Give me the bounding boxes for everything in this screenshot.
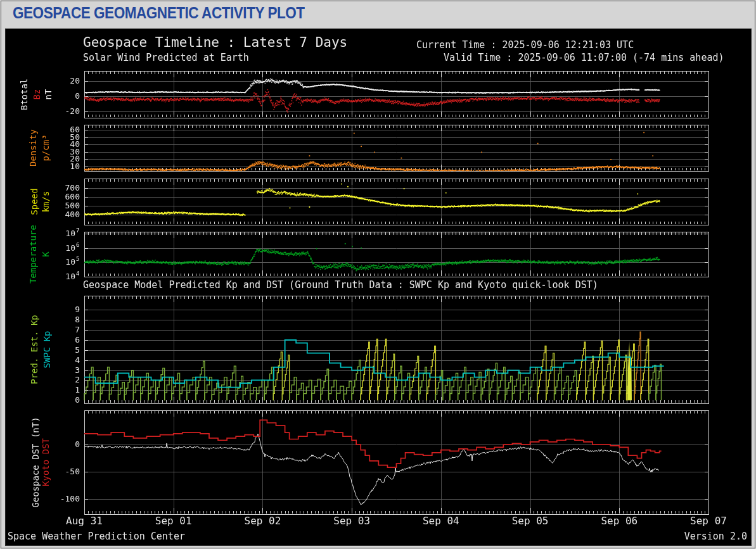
plot-title: Geospace Timeline : Latest 7 Days <box>83 35 347 50</box>
plot-subtitle: Solar Wind Predicted at Earth <box>83 53 249 63</box>
footer-credit: Space Weather Prediction Center <box>8 531 185 542</box>
mid-plot-title: Geospace Model Predicted Kp and DST (Gro… <box>83 280 598 291</box>
app-header: GEOSPACE GEOMAGNETIC ACTIVITY PLOT <box>13 4 337 25</box>
valid-time: Valid Time : 2025-09-06 11:07:00 (-74 mi… <box>444 53 724 63</box>
current-time: Current Time : 2025-09-06 12:21:03 UTC <box>416 40 634 51</box>
plot-image: Geospace Timeline : Latest 7 Days Curren… <box>5 28 752 546</box>
page-title: GEOSPACE GEOMAGNETIC ACTIVITY PLOT <box>13 4 305 22</box>
footer-version: Version 2.0 <box>684 531 747 542</box>
geospace-activity-page: GEOSPACE GEOMAGNETIC ACTIVITY PLOT Geosp… <box>0 0 756 549</box>
